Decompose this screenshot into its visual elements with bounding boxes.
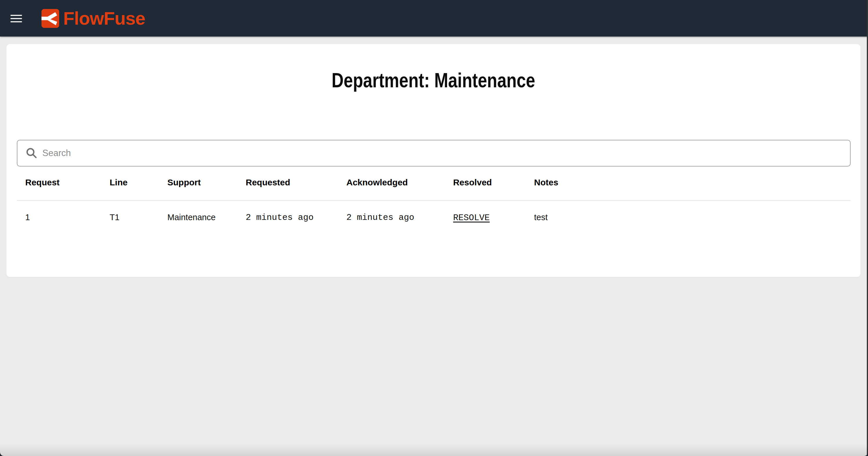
window-right-edge	[867, 0, 868, 456]
hamburger-menu-icon[interactable]	[10, 15, 22, 22]
cell-line: T1	[101, 201, 159, 223]
table-row: 1 T1 Maintenance 2 minutes ago 2 minutes…	[17, 201, 850, 223]
column-header-notes: Notes	[526, 166, 850, 201]
requests-table: Request Line Support Requested Acknowled…	[17, 166, 850, 223]
flowfuse-logo-icon	[41, 9, 59, 28]
cell-notes: test	[526, 201, 850, 223]
brand-wordmark: FlowFuse	[63, 9, 145, 28]
search-input[interactable]	[42, 142, 850, 165]
column-header-requested: Requested	[237, 166, 338, 201]
brand-logo: FlowFuse	[41, 9, 145, 28]
column-header-support: Support	[159, 166, 237, 201]
search-box[interactable]	[17, 140, 850, 166]
cell-support: Maintenance	[159, 201, 237, 223]
content-card: Department: Maintenance Request Line Sup…	[6, 44, 861, 277]
top-app-bar: FlowFuse	[0, 0, 868, 36]
column-header-request: Request	[17, 166, 101, 201]
table-header-row: Request Line Support Requested Acknowled…	[17, 166, 850, 201]
cell-resolved: RESOLVE	[445, 201, 526, 223]
page-title-text: Department: Maintenance	[332, 69, 535, 92]
window-bottom-shadow	[0, 444, 868, 456]
cell-acknowledged: 2 minutes ago	[338, 201, 445, 223]
window-corner-bottom-left	[0, 452, 4, 456]
search-section	[17, 140, 850, 166]
column-header-resolved: Resolved	[445, 166, 526, 201]
column-header-acknowledged: Acknowledged	[338, 166, 445, 201]
page-title: Department: Maintenance	[6, 44, 861, 92]
resolve-link[interactable]: RESOLVE	[453, 213, 490, 223]
cell-request: 1	[17, 201, 101, 223]
cell-requested: 2 minutes ago	[237, 201, 338, 223]
column-header-line: Line	[101, 166, 159, 201]
magnifier-search-icon	[26, 147, 38, 159]
